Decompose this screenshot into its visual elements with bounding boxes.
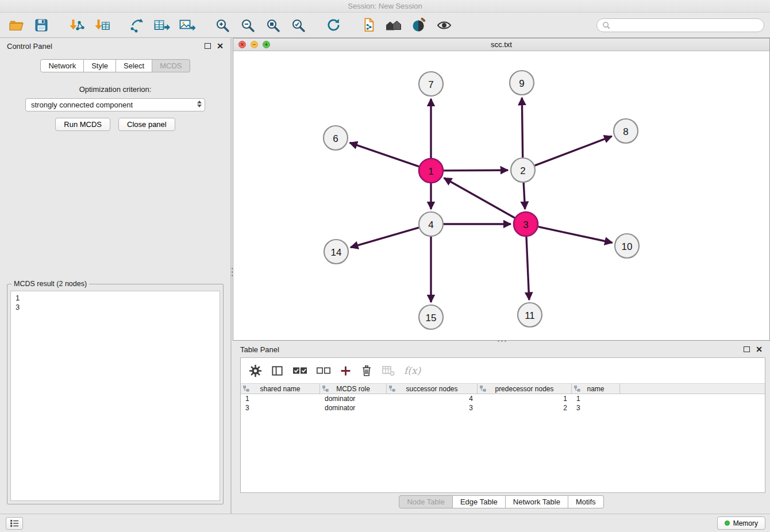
import-table-button[interactable] xyxy=(91,15,112,36)
save-session-button[interactable] xyxy=(31,15,52,36)
add-row-button[interactable] xyxy=(340,365,352,377)
graph-node-11[interactable]: 11 xyxy=(518,303,542,327)
select-all-rows-button[interactable] xyxy=(292,366,307,375)
function-builder-button[interactable]: f(x) xyxy=(404,365,421,376)
zoom-in-button[interactable] xyxy=(212,15,233,36)
graph-edge-3-10[interactable] xyxy=(538,227,613,243)
graph-edge-2-9[interactable] xyxy=(522,98,522,157)
table-cell[interactable]: dominator xyxy=(320,395,387,403)
apply-style-button[interactable] xyxy=(409,15,429,36)
close-window-icon[interactable]: × xyxy=(238,41,246,48)
table-row[interactable]: 1dominator411 xyxy=(241,394,765,403)
table-cell[interactable]: dominator xyxy=(320,404,387,412)
zoom-selected-button[interactable] xyxy=(288,15,309,36)
criterion-select[interactable]: strongly connected component xyxy=(25,98,205,111)
graph-edge-2-3[interactable] xyxy=(523,183,525,209)
toolbar-group xyxy=(358,15,455,36)
task-history-button[interactable] xyxy=(6,517,23,530)
table-cell[interactable]: 3 xyxy=(572,404,620,412)
graph-node-6[interactable]: 6 xyxy=(324,126,348,150)
zoom-out-button[interactable] xyxy=(237,15,258,36)
search-box[interactable] xyxy=(596,18,764,32)
graph-node-2[interactable]: 2 xyxy=(511,158,535,182)
graph-edge-2-8[interactable] xyxy=(535,136,612,165)
network-window-titlebar[interactable]: × − + scc.txt xyxy=(233,38,769,51)
new-network-from-selection-button[interactable] xyxy=(358,15,379,36)
tab-edge-table[interactable]: Edge Table xyxy=(453,495,506,508)
search-input[interactable] xyxy=(614,21,759,29)
memory-button[interactable]: Memory xyxy=(717,516,765,530)
table-cell[interactable]: 3 xyxy=(241,404,320,412)
minimize-window-icon[interactable]: − xyxy=(251,41,258,48)
graph-edge-3-11[interactable] xyxy=(526,237,529,300)
delete-table-button[interactable] xyxy=(382,364,395,377)
graph-edge-1-6[interactable] xyxy=(350,142,419,167)
run-mcds-button[interactable]: Run MCDS xyxy=(55,118,110,131)
app-titlebar[interactable]: Session: New Session xyxy=(0,0,770,13)
column-header-successor-nodes[interactable]: successor nodes xyxy=(387,384,478,394)
chevron-updown-icon xyxy=(197,101,202,107)
table-options-icon xyxy=(249,364,262,377)
table-cell[interactable]: 1 xyxy=(241,395,320,403)
table-cell[interactable]: 2 xyxy=(478,404,572,412)
open-session-icon xyxy=(9,18,24,32)
toggle-column-panel-button[interactable] xyxy=(271,364,284,377)
column-header-predecessor-nodes[interactable]: predecessor nodes xyxy=(478,384,572,394)
show-graphics-details-button[interactable] xyxy=(434,15,455,36)
table-cell[interactable]: 1 xyxy=(572,395,620,403)
float-panel-icon[interactable] xyxy=(205,43,211,49)
apply-layout-button[interactable] xyxy=(323,15,344,36)
table-panel-title: Table Panel xyxy=(240,345,279,354)
export-network-icon xyxy=(129,17,145,33)
graph-node-15[interactable]: 15 xyxy=(419,305,443,329)
list-icon xyxy=(9,519,20,528)
table-options-button[interactable] xyxy=(249,364,262,377)
tab-motifs[interactable]: Motifs xyxy=(568,495,604,508)
export-image-icon xyxy=(179,18,196,32)
panel-splitter-handle[interactable] xyxy=(230,264,234,279)
column-header-shared-name[interactable]: shared name xyxy=(241,384,320,394)
apply-style-icon xyxy=(411,18,426,33)
table-cell[interactable]: 1 xyxy=(478,395,572,403)
tab-select[interactable]: Select xyxy=(116,59,152,72)
graph-node-4[interactable]: 4 xyxy=(419,212,443,236)
close-table-panel-icon[interactable]: ✕ xyxy=(756,346,763,352)
float-table-panel-icon[interactable] xyxy=(744,346,750,352)
graph-node-7[interactable]: 7 xyxy=(419,72,443,96)
graph-node-10[interactable]: 10 xyxy=(615,234,639,258)
graph-node-9[interactable]: 9 xyxy=(510,71,534,95)
graph-edge-1-2[interactable] xyxy=(444,170,508,171)
graph-node-3[interactable]: 3 xyxy=(514,212,538,236)
export-network-button[interactable] xyxy=(126,15,147,36)
new-network-from-selection-icon xyxy=(361,17,376,33)
tab-mcds[interactable]: MCDS xyxy=(152,59,190,72)
zoom-fit-button[interactable] xyxy=(263,15,283,36)
deselect-all-rows-button[interactable] xyxy=(316,366,331,375)
tab-style[interactable]: Style xyxy=(84,59,116,72)
tab-network[interactable]: Network xyxy=(40,59,84,72)
import-network-button[interactable] xyxy=(66,15,87,36)
tab-network-table[interactable]: Network Table xyxy=(506,495,568,508)
tab-node-table[interactable]: Node Table xyxy=(399,495,453,508)
table-row[interactable]: 3dominator323 xyxy=(241,403,765,413)
graph-node-14[interactable]: 14 xyxy=(324,240,348,264)
graph-edge-3-1[interactable] xyxy=(444,178,515,218)
open-session-button[interactable] xyxy=(6,15,26,36)
delete-selected-rows-button[interactable] xyxy=(360,364,373,377)
export-image-button[interactable] xyxy=(177,15,198,36)
close-panel-button[interactable]: Close panel xyxy=(118,118,175,131)
export-table-button[interactable] xyxy=(152,15,172,36)
mcds-result-list[interactable]: 13 xyxy=(10,291,220,501)
network-canvas[interactable]: 7968124314101511 xyxy=(233,51,769,340)
table-cell[interactable]: 4 xyxy=(387,395,478,403)
first-neighbors-button[interactable] xyxy=(383,15,404,36)
maximize-window-icon[interactable]: + xyxy=(263,41,270,48)
close-panel-icon[interactable]: ✕ xyxy=(217,43,224,49)
svg-text:7: 7 xyxy=(428,79,433,90)
table-cell[interactable]: 3 xyxy=(387,404,478,412)
graph-node-1[interactable]: 1 xyxy=(419,159,443,183)
column-header-name[interactable]: name xyxy=(572,384,620,394)
column-header-mcds-role[interactable]: MCDS role xyxy=(320,384,387,394)
graph-node-8[interactable]: 8 xyxy=(614,119,638,143)
graph-edge-4-14[interactable] xyxy=(351,228,419,248)
